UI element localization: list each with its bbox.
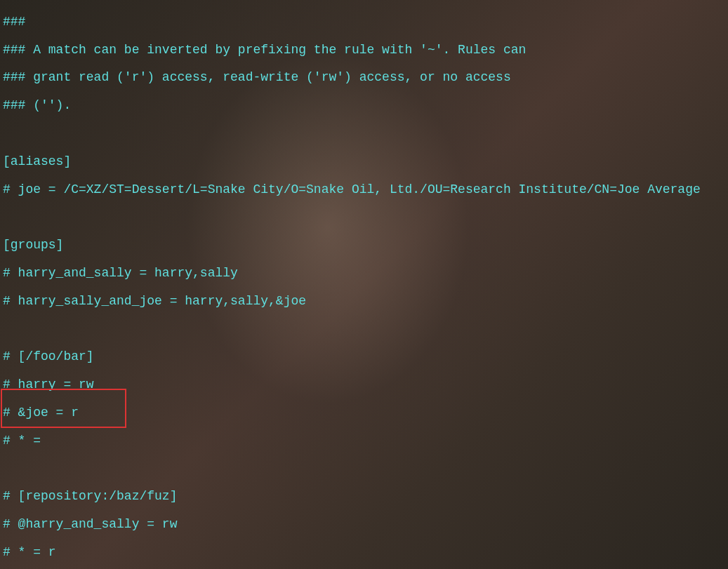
config-line: ###	[3, 15, 725, 29]
config-line: [groups]	[3, 239, 725, 253]
terminal-output[interactable]: ### ### A match can be inverted by prefi…	[0, 0, 728, 569]
config-line: # * = r	[3, 546, 725, 560]
config-line: ### ('').	[3, 99, 725, 113]
config-line	[3, 323, 725, 337]
config-line	[3, 210, 725, 225]
config-line	[3, 462, 725, 476]
config-line: # @harry_and_sally = rw	[3, 518, 725, 532]
config-line: ### grant read ('r') access, read-write …	[3, 71, 725, 85]
config-line: # joe = /C=XZ/ST=Dessert/L=Snake City/O=…	[3, 183, 725, 197]
config-line: # harry = rw	[3, 378, 725, 392]
config-line: # [/foo/bar]	[3, 350, 725, 364]
config-line: # * =	[3, 434, 725, 448]
config-line	[3, 127, 725, 141]
config-line: # harry_sally_and_joe = harry,sally,&joe	[3, 295, 725, 309]
config-line: # [repository:/baz/fuz]	[3, 490, 725, 504]
config-line: ### A match can be inverted by prefixing…	[3, 43, 725, 58]
config-line: # &joe = r	[3, 406, 725, 420]
config-line: # harry_and_sally = harry,sally	[3, 267, 725, 281]
config-line: [aliases]	[3, 155, 725, 169]
